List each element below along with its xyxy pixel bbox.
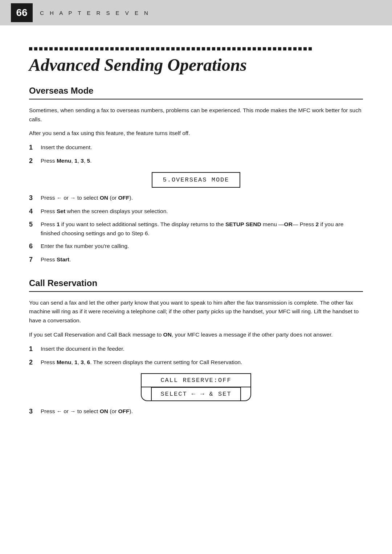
chapter-label: C H A P T E R S E V E N xyxy=(40,10,150,16)
step-text: Press 1 if you want to select additional… xyxy=(41,220,363,238)
call-reservation-steps: 1 Insert the document in the feeder. 2 P… xyxy=(29,345,363,368)
step-item: 7 Press Start. xyxy=(29,255,363,265)
step-item: 1 Insert the document. xyxy=(29,143,363,153)
section-overseas-mode: Overseas Mode Sometimes, when sending a … xyxy=(29,86,363,265)
step-item: 4 Press Set when the screen displays you… xyxy=(29,207,363,217)
step-number: 2 xyxy=(29,156,41,166)
step-text: Press Menu, 1, 3, 5. xyxy=(41,156,363,166)
step-number: 4 xyxy=(29,206,41,217)
call-reservation-para1: You can send a fax and let the other par… xyxy=(29,298,363,325)
lcd-text-overseas: 5.OVERSEAS MODE xyxy=(152,172,240,188)
step-item: 5 Press 1 if you want to select addition… xyxy=(29,220,363,238)
step-text: Insert the document. xyxy=(41,143,363,152)
step-item: 1 Insert the document in the feeder. xyxy=(29,345,363,354)
step-item: 3 Press ← or → to select ON (or OFF). xyxy=(29,194,363,203)
step-number: 2 xyxy=(29,357,41,368)
main-content: Advanced Sending Operations Overseas Mod… xyxy=(0,25,392,442)
step-text: Press Set when the screen displays your … xyxy=(41,207,363,216)
lcd-bottom-text: SELECT ← → & SET xyxy=(151,387,241,401)
lcd-display-overseas: 5.OVERSEAS MODE xyxy=(29,172,363,188)
step-text: Insert the document in the feeder. xyxy=(41,345,363,354)
step-number: 5 xyxy=(29,219,41,230)
section-divider xyxy=(29,99,363,99)
step-text: Press ← or → to select ON (or OFF). xyxy=(41,407,363,416)
step-item: 6 Enter the fax number you're calling. xyxy=(29,242,363,252)
step-text: Enter the fax number you're calling. xyxy=(41,242,363,251)
lcd-curve-left xyxy=(141,387,152,401)
page-number: 66 xyxy=(11,3,33,22)
overseas-mode-steps-continued: 3 Press ← or → to select ON (or OFF). 4 … xyxy=(29,194,363,265)
step-text: Press Menu, 1, 3, 6. The screen displays… xyxy=(41,358,363,367)
step-item: 3 Press ← or → to select ON (or OFF). xyxy=(29,407,363,417)
decorative-dots xyxy=(29,47,363,52)
overseas-mode-title: Overseas Mode xyxy=(29,86,363,96)
lcd-curve-right xyxy=(240,387,251,401)
lcd-display-call-reservation: CALL RESERVE:OFF SELECT ← → & SET xyxy=(29,373,363,401)
step-text: Press Start. xyxy=(41,255,363,264)
step-number: 3 xyxy=(29,406,41,417)
step-item: 2 Press Menu, 1, 3, 6. The screen displa… xyxy=(29,358,363,368)
overseas-mode-steps: 1 Insert the document. 2 Press Menu, 1, … xyxy=(29,143,363,166)
lcd-curve-wrapper: SELECT ← → & SET xyxy=(141,387,251,401)
call-reservation-title: Call Reservation xyxy=(29,278,363,288)
step-item: 2 Press Menu, 1, 3, 5. xyxy=(29,156,363,166)
call-reservation-para2: If you set Call Reservation and Call Bac… xyxy=(29,330,363,339)
overseas-mode-para2: After you send a fax using this feature,… xyxy=(29,129,363,138)
header-bar: 66 C H A P T E R S E V E N xyxy=(0,0,392,25)
overseas-mode-para1: Sometimes, when sending a fax to oversea… xyxy=(29,106,363,124)
step-number: 7 xyxy=(29,254,41,265)
step-number: 6 xyxy=(29,241,41,252)
step-number: 3 xyxy=(29,193,41,203)
section-divider-2 xyxy=(29,291,363,292)
step-text: Press ← or → to select ON (or OFF). xyxy=(41,194,363,203)
step-number: 1 xyxy=(29,344,41,354)
call-reservation-steps-continued: 3 Press ← or → to select ON (or OFF). xyxy=(29,407,363,417)
section-call-reservation: Call Reservation You can send a fax and … xyxy=(29,278,363,417)
lcd-top-text: CALL RESERVE:OFF xyxy=(141,373,251,387)
step-number: 1 xyxy=(29,142,41,153)
page-title: Advanced Sending Operations xyxy=(29,56,363,75)
lcd-double-box: CALL RESERVE:OFF SELECT ← → & SET xyxy=(141,373,251,401)
